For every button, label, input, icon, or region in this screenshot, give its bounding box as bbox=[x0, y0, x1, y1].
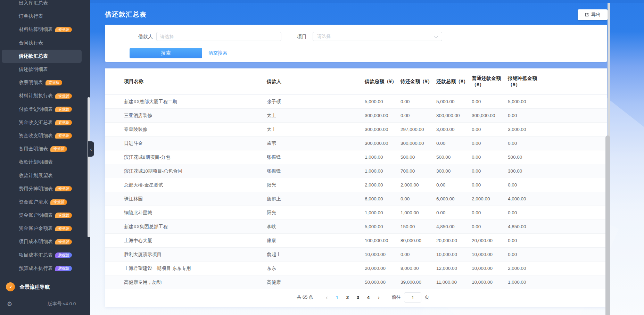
sidebar-item[interactable]: 备用金明细表专业版 bbox=[2, 142, 82, 156]
table-cell: 3,000.00 bbox=[508, 123, 607, 136]
table-cell: 高健康专用，勿动 bbox=[105, 275, 267, 289]
sidebar-collapse-toggle[interactable]: ‹ bbox=[88, 141, 94, 157]
prev-page-arrow[interactable]: ‹ bbox=[326, 295, 328, 300]
table-cell: 0.00 bbox=[401, 192, 436, 206]
table-cell: 500.00 bbox=[508, 150, 607, 164]
table-cell: 高健康 bbox=[267, 275, 365, 289]
table-cell: 0.00 bbox=[508, 234, 607, 248]
page-number[interactable]: 2 bbox=[342, 295, 353, 300]
sidebar-item[interactable]: 收款计划明细表 bbox=[2, 156, 82, 169]
table-cell: 39,000.00 bbox=[401, 275, 436, 289]
sidebar-item[interactable]: 资金账户余额表专业版 bbox=[2, 222, 82, 235]
gear-icon[interactable]: ⚙ bbox=[7, 300, 12, 308]
sidebar-item-label: 项目成本汇总表 bbox=[19, 252, 53, 258]
edition-badge: 专业版 bbox=[55, 239, 72, 245]
table-cell: 0.00 bbox=[472, 206, 508, 220]
sidebar-item-label: 收票明细表 bbox=[19, 80, 43, 86]
sidebar-item-label: 资金收支汇总表 bbox=[19, 119, 53, 126]
sidebar-item[interactable]: 资金账户流水专业版 bbox=[2, 196, 82, 209]
project-label: 项目 bbox=[297, 32, 308, 41]
table-cell: 6,000.00 bbox=[365, 192, 401, 206]
sidebar-item[interactable]: 项目成本明细表专业版 bbox=[2, 235, 82, 248]
sidebar-item[interactable]: 出入库汇总表 bbox=[2, 0, 82, 10]
sidebar-item[interactable]: 合同执行表 bbox=[2, 36, 82, 50]
sidebar-item[interactable]: 收票明细表专业版 bbox=[2, 76, 82, 89]
page-title: 借还款汇总表 bbox=[105, 10, 147, 19]
sidebar-item[interactable]: 费用分摊明细表专业版 bbox=[2, 182, 82, 196]
sidebar-item[interactable]: 资金收支汇总表专业版 bbox=[2, 116, 82, 129]
sidebar-item[interactable]: 订单执行表 bbox=[2, 10, 82, 23]
column-header: 普通还款金额（¥） bbox=[472, 68, 508, 95]
table-cell: 50,000.00 bbox=[365, 275, 401, 289]
table-row: 上海君望建设一期项目 东东专用东东20,000.008,000.0012,000… bbox=[105, 262, 607, 275]
edition-badge: 专业版 bbox=[50, 199, 67, 205]
sidebar-item[interactable]: 材料结算明细表专业版 bbox=[2, 23, 82, 36]
goto-page-input[interactable] bbox=[404, 292, 421, 302]
table-cell: 300,000.00 bbox=[436, 109, 472, 123]
edition-badge: 专业版 bbox=[55, 186, 72, 192]
sidebar-item[interactable]: 借还款明细表 bbox=[2, 63, 82, 76]
table-cell: 10,000.00 bbox=[472, 275, 508, 289]
table-cell: 11,000.00 bbox=[436, 275, 472, 289]
pagination: 共 65 条 ‹ 1234 › 前往 页 bbox=[105, 292, 607, 303]
sidebar-item[interactable]: 资金账户明细表专业版 bbox=[2, 209, 82, 222]
sidebar-item[interactable]: 材料计划执行表专业版 bbox=[2, 89, 82, 102]
table-cell: 0.00 bbox=[472, 150, 508, 164]
table-row: 日进斗金孟苇300,000.00300,000.000.000.000.00 bbox=[105, 136, 607, 150]
sidebar-item[interactable]: 资金收支明细表专业版 bbox=[2, 129, 82, 142]
compass-icon bbox=[6, 282, 15, 291]
next-page-arrow[interactable]: › bbox=[378, 295, 380, 300]
sidebar-item[interactable]: 预算成本执行表旗舰版 bbox=[2, 262, 82, 275]
sidebar-item[interactable]: 借还款汇总表 bbox=[2, 50, 82, 63]
panorama-flow-nav[interactable]: 全景流程导航 bbox=[0, 278, 90, 296]
content-scrollbar-thumb[interactable] bbox=[605, 135, 610, 315]
sidebar-item-label: 预算成本执行表 bbox=[19, 265, 53, 272]
export-button[interactable]: 导出 bbox=[578, 9, 608, 20]
table-cell: 太上 bbox=[267, 109, 365, 123]
table-cell: 三亚酒店装修 bbox=[105, 109, 267, 123]
table-cell: 滨江花城10期项目-总包合同 bbox=[105, 164, 267, 178]
table-cell: 0.00 bbox=[436, 206, 472, 220]
page-number[interactable]: 4 bbox=[363, 295, 374, 300]
table-cell: 上海君望建设一期项目 东东专用 bbox=[105, 262, 267, 275]
table-row: 滨江花城10期项目-总包合同张振锋1,000.00700.00300.000.0… bbox=[105, 164, 607, 178]
sidebar: 出入库汇总表订单执行表材料结算明细表专业版合同执行表借还款汇总表借还款明细表收票… bbox=[0, 0, 90, 315]
borrower-label: 借款人 bbox=[135, 32, 153, 41]
page-number[interactable]: 3 bbox=[353, 295, 363, 300]
table-cell: 297,000.00 bbox=[401, 123, 436, 136]
table-cell: 10,000.00 bbox=[365, 248, 401, 262]
chevron-left-icon: ‹ bbox=[90, 146, 92, 152]
table-cell: 100,000.00 bbox=[365, 234, 401, 248]
sidebar-item-label: 付款登记明细表 bbox=[19, 106, 53, 113]
table-panel: 项目名称借款人借款总额（¥）待还金额（¥）还款总额（¥）普通还款金额（¥）报销冲… bbox=[105, 68, 607, 307]
total-count: 共 65 条 bbox=[297, 294, 313, 300]
table-cell: 3,000.00 bbox=[436, 123, 472, 136]
column-header: 报销冲抵金额（¥） bbox=[508, 68, 607, 95]
table-cell: 0.00 bbox=[508, 248, 607, 262]
table-cell: 500.00 bbox=[401, 150, 436, 164]
table-cell: 0.00 bbox=[508, 136, 607, 150]
search-button[interactable]: 搜索 bbox=[130, 48, 202, 58]
sidebar-item[interactable]: 收款计划展望表 bbox=[2, 169, 82, 182]
table-cell: 0.00 bbox=[401, 248, 436, 262]
table-cell: 300,000.00 bbox=[365, 109, 401, 123]
project-select[interactable]: 请选择 bbox=[313, 32, 442, 41]
table-cell: 20,000.00 bbox=[365, 262, 401, 275]
edition-badge: 专业版 bbox=[55, 120, 72, 125]
sidebar-scrollbar-thumb[interactable] bbox=[88, 97, 90, 237]
table-cell: 5,000.00 bbox=[365, 95, 401, 109]
page-number[interactable]: 1 bbox=[332, 295, 342, 300]
table-row: 秦皇陵装修太上300,000.00297,000.003,000.000.003… bbox=[105, 123, 607, 136]
table-row: 三亚酒店装修太上300,000.000.00300,000.00300,000.… bbox=[105, 109, 607, 123]
table-top-band bbox=[105, 63, 607, 68]
clear-search-link[interactable]: 清空搜索 bbox=[208, 48, 227, 58]
edition-badge: 专业版 bbox=[55, 213, 72, 218]
table-cell: 5,000.00 bbox=[508, 95, 607, 109]
sidebar-item[interactable]: 项目成本汇总表旗舰版 bbox=[2, 249, 82, 262]
table-cell: 300,000.00 bbox=[365, 123, 401, 136]
table-cell: 新建XX集团总部工程 bbox=[105, 220, 267, 234]
table-cell: 0.00 bbox=[508, 178, 607, 192]
table-cell: 阳光 bbox=[267, 178, 365, 192]
borrower-input[interactable] bbox=[156, 32, 281, 41]
sidebar-item[interactable]: 付款登记明细表专业版 bbox=[2, 103, 82, 116]
